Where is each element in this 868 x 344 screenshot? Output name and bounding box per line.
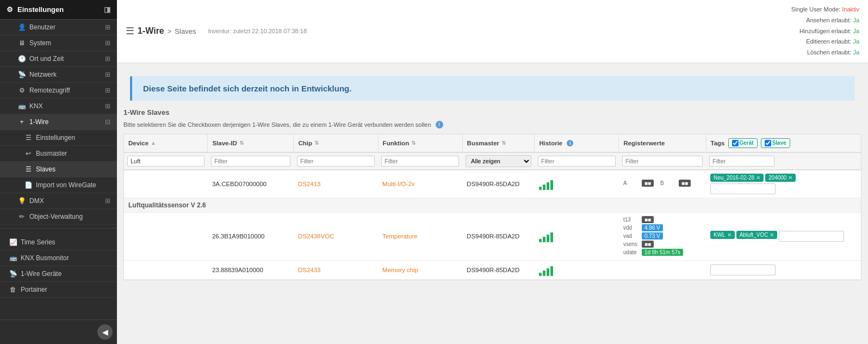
editieren-value: Ja bbox=[853, 38, 859, 45]
tag-add-input[interactable] bbox=[779, 231, 844, 242]
funktion-link[interactable]: Multi-I/O-2x bbox=[382, 181, 414, 187]
reg-val-vdd: 4.96 V bbox=[642, 224, 663, 231]
sidebar-item-benutzer[interactable]: 👤 Benutzer ⊞ bbox=[0, 20, 117, 35]
slave-toggle-label: Slave bbox=[772, 140, 786, 146]
tag-abluft-voc[interactable]: Abluft_VOC ✕ bbox=[736, 231, 778, 239]
reg-btn-b[interactable]: ■■ bbox=[679, 180, 691, 187]
user-icon: 👤 bbox=[17, 23, 26, 31]
th-funktion: Funktion ⇅ bbox=[378, 134, 462, 152]
sidebar-item-object-verwaltung[interactable]: ✏ Object-Verwaltung bbox=[0, 209, 117, 225]
tag-remove-icon[interactable]: ✕ bbox=[756, 175, 760, 181]
filter-slaveid-input[interactable] bbox=[211, 156, 290, 167]
filter-device-input[interactable] bbox=[127, 156, 204, 167]
slave-checkbox[interactable] bbox=[765, 140, 771, 146]
sidebar-item-system[interactable]: 🖥 System ⊞ bbox=[0, 35, 117, 51]
ansehen-label: Ansehen erlaubt: bbox=[806, 17, 851, 23]
tag-neu2016[interactable]: Neu_2016-02-28 ✕ bbox=[710, 174, 764, 182]
tag-remove-icon[interactable]: ✕ bbox=[770, 232, 774, 238]
tag-remove-icon[interactable]: ✕ bbox=[788, 175, 792, 181]
reg-btn-a[interactable]: ■■ bbox=[642, 180, 654, 187]
sidebar-item-import[interactable]: 📄 Import von WireGate bbox=[0, 177, 117, 193]
chip-cell: DS2433 bbox=[294, 260, 378, 279]
reg-label-vad: vad bbox=[623, 233, 640, 239]
tag-kwl[interactable]: KWL ✕ bbox=[710, 231, 735, 239]
tags-cell: Neu_2016-02-28 ✕ 204000 ✕ bbox=[706, 170, 861, 198]
th-busmaster: Busmaster ⇅ bbox=[462, 134, 535, 152]
reg-label-b: B bbox=[660, 180, 677, 186]
slave-id-cell: 3A.CEBD07000000 bbox=[208, 170, 294, 198]
sidebar-item-knx-busmonitor[interactable]: 🚌 KNX Busmonitor bbox=[0, 250, 117, 266]
light-icon: 💡 bbox=[17, 197, 26, 205]
table-row: 23.88839A010000 DS2433 Memory chip DS949… bbox=[124, 260, 861, 279]
sidebar-item-dmx[interactable]: 💡 DMX ⊞ bbox=[0, 193, 117, 209]
th-registerwerte-label: Registerwerte bbox=[623, 140, 665, 146]
filter-tags-input[interactable] bbox=[709, 156, 774, 167]
th-device: Device ▲ bbox=[124, 134, 208, 152]
slave-toggle[interactable]: Slave bbox=[761, 138, 790, 148]
historie-cell bbox=[535, 212, 619, 260]
filter-busmaster-select[interactable]: Alle zeigen DS9490R-85DA2D bbox=[466, 155, 531, 167]
sidebar-item-1wire[interactable]: + 1-Wire ⊟ bbox=[0, 114, 117, 130]
filter-register-input[interactable] bbox=[622, 156, 703, 167]
sidebar-item-1wire-geraete[interactable]: 📡 1-Wire Geräte bbox=[0, 266, 117, 282]
sidebar-item-knx[interactable]: 🚌 KNX ⊞ bbox=[0, 99, 117, 114]
filter-historie-input[interactable] bbox=[538, 156, 616, 167]
sort-funktion-icon[interactable]: ⇅ bbox=[411, 140, 416, 146]
slaves-table-wrapper: Device ▲ Slave-ID ⇅ bbox=[123, 134, 861, 280]
geraet-toggle-label: Gerät bbox=[740, 140, 754, 146]
signal-bar-2 bbox=[543, 237, 545, 242]
sidebar-collapse-button[interactable]: ◀ bbox=[97, 324, 113, 340]
geraet-toggle[interactable]: Gerät bbox=[728, 138, 758, 148]
sort-chip-icon[interactable]: ⇅ bbox=[314, 140, 319, 146]
tags-cell: KWL ✕ Abluft_VOC ✕ bbox=[706, 212, 861, 260]
wire-icon: 📡 bbox=[9, 270, 17, 278]
sort-slaveid-icon[interactable]: ⇅ bbox=[239, 140, 244, 146]
chip-link[interactable]: DS2438VOC bbox=[298, 233, 334, 239]
sidebar-item-label: Ort und Zeit bbox=[29, 55, 64, 63]
sidebar-item-busmaster[interactable]: ↩ Busmaster bbox=[0, 146, 117, 162]
sidebar-item-ort-und-zeit[interactable]: 🕐 Ort und Zeit ⊞ bbox=[0, 51, 117, 67]
reg-row-b: B ■■ bbox=[660, 180, 691, 187]
th-slaveid-label: Slave-ID bbox=[212, 140, 237, 146]
reg-btn-t13[interactable]: ■■ bbox=[642, 216, 654, 223]
tag-204000[interactable]: 204000 ✕ bbox=[765, 174, 796, 182]
filter-device-cell bbox=[124, 152, 208, 170]
chip-cell: DS2413 bbox=[294, 170, 378, 198]
sidebar-item-label: Portainer bbox=[21, 286, 47, 293]
sidebar-item-remotezugriff[interactable]: ⚙ Remotezugriff ⊞ bbox=[0, 83, 117, 99]
sidebar-item-label: Benutzer bbox=[29, 23, 55, 31]
funktion-link[interactable]: Temperature bbox=[382, 233, 418, 239]
funktion-link[interactable]: Memory chip bbox=[382, 267, 418, 273]
sidebar-item-label: KNX Busmonitor bbox=[21, 254, 69, 262]
tags-container: KWL ✕ Abluft_VOC ✕ bbox=[710, 231, 857, 242]
register-table: A ■■ B ■■ bbox=[623, 180, 702, 188]
tag-remove-icon[interactable]: ✕ bbox=[727, 232, 731, 238]
signal-bar-1 bbox=[539, 187, 542, 190]
sidebar-item-slaves[interactable]: ☰ Slaves bbox=[0, 162, 117, 177]
sort-busmaster-icon[interactable]: ⇅ bbox=[501, 140, 506, 146]
sidebar-item-label: Time Series bbox=[21, 238, 55, 246]
reg-label-a: A bbox=[623, 180, 640, 186]
reg-btn-vsens[interactable]: ■■ bbox=[642, 241, 654, 248]
tag-add-input[interactable] bbox=[710, 265, 776, 275]
sidebar-item-portainer[interactable]: 🗑 Portainer bbox=[0, 282, 117, 298]
hinzufuegen-value: Ja bbox=[853, 28, 859, 34]
sort-device-icon[interactable]: ▲ bbox=[151, 140, 156, 146]
register-cell: A ■■ B ■■ bbox=[619, 170, 706, 198]
historie-cell bbox=[535, 170, 619, 198]
chip-link[interactable]: DS2433 bbox=[298, 267, 321, 273]
chip-link[interactable]: DS2413 bbox=[298, 181, 321, 187]
sidebar-collapse-toggle[interactable]: ◨ bbox=[104, 5, 110, 14]
filter-funktion-input[interactable] bbox=[381, 156, 459, 167]
th-tags-label: Tags bbox=[711, 140, 725, 146]
tag-add-input[interactable] bbox=[710, 183, 776, 194]
sidebar-header: ⚙ Einstellungen ◨ bbox=[0, 0, 117, 20]
sidebar-item-netzwerk[interactable]: 📡 Netzwerk ⊞ bbox=[0, 67, 117, 83]
filter-chip-input[interactable] bbox=[297, 156, 375, 167]
th-historie: Historie i bbox=[535, 134, 619, 152]
filter-chip-cell bbox=[294, 152, 378, 170]
sidebar-item-time-series[interactable]: 📈 Time Series bbox=[0, 235, 117, 250]
geraet-checkbox[interactable] bbox=[732, 140, 739, 146]
busmaster-cell: DS9490R-85DA2D bbox=[462, 212, 535, 260]
sidebar-item-einstellungen[interactable]: ☰ Einstellungen bbox=[0, 130, 117, 146]
